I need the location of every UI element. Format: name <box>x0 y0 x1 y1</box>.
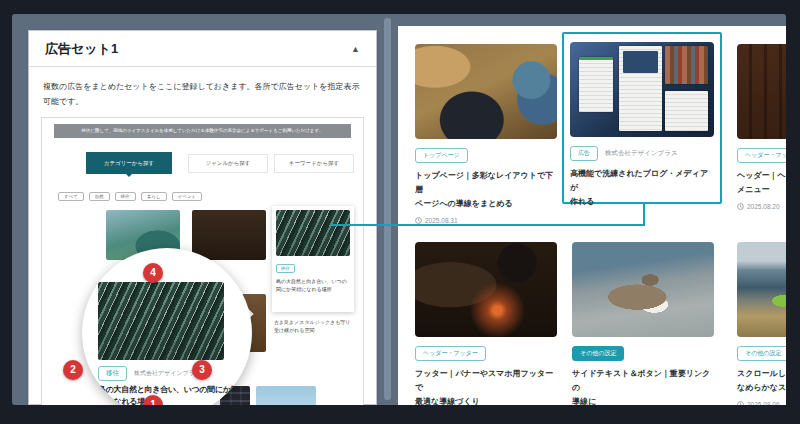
connector-line-horizontal <box>330 224 645 226</box>
post-card[interactable]: トップページ トップページ｜多彩なレイアウトで下層 ページへの導線をまとめる 2… <box>415 44 557 224</box>
preview-tab-category: カテゴリーから探す <box>86 152 172 174</box>
post-date: 2025.08.31 <box>415 217 557 224</box>
preview-card-title: 島の大自然と向き合い、いつの間にか笑顔になれる場所 <box>276 277 350 293</box>
preview-caption: 古き良きノスタルジックさも守り受け継がれる空間 <box>274 318 354 334</box>
preview-photo-interior <box>192 210 266 260</box>
scrollbar[interactable] <box>384 18 391 400</box>
preview-photo-sky <box>256 386 316 406</box>
post-title[interactable]: トップページ｜多彩なレイアウトで下層 ページへの導線をまとめる <box>415 169 557 211</box>
frame-edge-top <box>0 0 800 14</box>
preview-tab-genre: ジャンルから探す <box>188 154 268 173</box>
post-card[interactable]: その他の設定 サイドテキスト＆ボタン｜重要リンクの 導線に 2025.08.15 <box>572 242 714 405</box>
preview-chip: イベント <box>172 192 202 201</box>
frame-edge-bottom <box>0 405 800 424</box>
website-thumbnail <box>665 91 708 131</box>
preview-info-bar: 移住に際して、現地のライフスタイルを体感していただける体験住宅の見学会によるサポ… <box>54 124 351 138</box>
metabox-title: 広告セット1 <box>45 40 118 58</box>
post-thumbnail-harbor <box>737 242 787 337</box>
post-thumbnail-hearth <box>415 242 557 337</box>
post-date: 2025.08.20 <box>737 203 787 210</box>
preview-chip: 自然 <box>89 192 110 201</box>
metabox-description: 複数の広告をまとめたセットをここに登録しておきます。各所で広告セットを指定表示可… <box>43 79 362 109</box>
post-title[interactable]: 高機能で洗練されたブログ・メディアが 作れる <box>570 167 714 209</box>
post-thumbnail-laptop <box>415 44 557 139</box>
magnified-tag-row: 移住 株式会社デザインプラス <box>98 366 201 381</box>
preview-chip: 移住 <box>115 192 136 201</box>
website-thumbnail <box>579 57 614 112</box>
category-chip[interactable]: その他の設定 <box>572 346 624 361</box>
magnified-photo-fish <box>98 282 224 360</box>
callout-badge-2: 2 <box>63 360 83 380</box>
post-title[interactable]: スクロールした時 なめらかなスク <box>737 367 787 395</box>
post-title[interactable]: フッター｜バナーやスマホ用フッターで 最適な導線づくり <box>415 367 557 405</box>
website-thumbnail <box>623 51 658 74</box>
post-title[interactable]: サイドテキスト＆ボタン｜重要リンクの 導線に <box>572 367 714 405</box>
post-grid-panel: トップページ トップページ｜多彩なレイアウトで下層 ページへの導線をまとめる 2… <box>398 26 787 405</box>
category-chip[interactable]: 広告 <box>570 146 598 161</box>
magnifier-bubble: 移住 株式会社デザインプラス 島の大自然と向き合い、いつの間にか笑 顔になれる場… <box>82 248 252 418</box>
category-chip[interactable]: トップページ <box>415 148 468 163</box>
callout-badge-3: 3 <box>192 360 212 380</box>
post-thumbnail-website-collage <box>570 42 714 137</box>
post-card[interactable]: その他の設定 スクロールした時 なめらかなスク 2025.08.06 <box>737 242 787 405</box>
magnified-company-label: 株式会社デザインプラス <box>134 369 201 378</box>
metabox-header[interactable]: 広告セット1 ▲ <box>29 31 376 67</box>
advertiser-label: 株式会社デザインプラス <box>605 149 678 158</box>
frame-edge-left <box>0 0 12 424</box>
category-chip[interactable]: ヘッダー・フッター <box>737 148 787 163</box>
preview-chip: すべて <box>58 192 84 201</box>
connector-line-vertical <box>643 202 645 226</box>
post-thumbnail-wood-door <box>737 44 787 139</box>
website-thumbnail <box>665 46 708 84</box>
triangle-up-icon: ▲ <box>351 44 360 54</box>
collapse-toggle-button[interactable]: ▲ <box>351 44 360 54</box>
magnified-category-chip: 移住 <box>98 366 127 381</box>
callout-badge-4: 4 <box>143 263 163 283</box>
preview-chip: 暮らし <box>141 192 167 201</box>
preview-card-tag: 移住 <box>276 264 295 273</box>
post-title[interactable]: ヘッダー｜ヘッ メニュー <box>737 169 787 197</box>
post-card[interactable]: ヘッダー・フッター ヘッダー｜ヘッ メニュー 2025.08.20 <box>737 44 787 210</box>
post-thumbnail-cat <box>572 242 714 337</box>
preview-photo-fish <box>276 210 350 256</box>
preview-tab-keyword: キーワードから探す <box>274 154 354 173</box>
post-card-ad[interactable]: 広告 株式会社デザインプラス 高機能で洗練されたブログ・メディアが 作れる <box>570 42 714 209</box>
preview-fish-card: 移住 島の大自然と向き合い、いつの間にか笑顔になれる場所 <box>272 206 354 312</box>
clock-icon <box>737 203 744 210</box>
preview-filter-chips: すべて 自然 移住 暮らし イベント <box>58 192 202 201</box>
category-chip[interactable]: ヘッダー・フッター <box>415 346 486 361</box>
frame-edge-right <box>786 0 800 424</box>
clock-icon <box>415 217 422 224</box>
post-card[interactable]: ヘッダー・フッター フッター｜バナーやスマホ用フッターで 最適な導線づくり 20… <box>415 242 557 405</box>
category-chip[interactable]: その他の設定 <box>737 346 787 361</box>
